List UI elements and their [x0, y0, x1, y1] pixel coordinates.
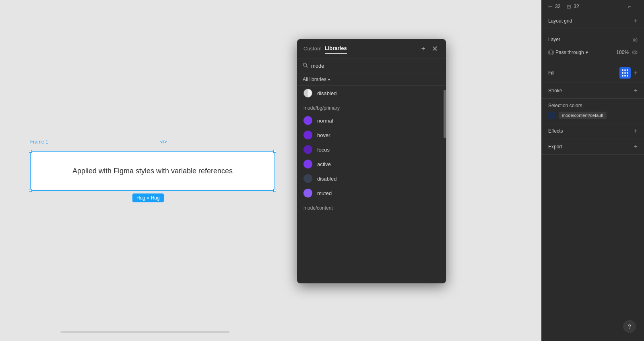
blend-mode-chevron: ▾ [586, 50, 588, 55]
code-icon[interactable]: </> [160, 139, 167, 145]
canvas-scrollbar[interactable] [60, 331, 229, 333]
add-export-button[interactable]: + [634, 143, 638, 150]
item-name: hover [317, 132, 330, 138]
effects-section: Effects + [542, 123, 644, 139]
corner-handle-tr[interactable] [273, 150, 276, 153]
add-fill-button[interactable]: + [634, 69, 638, 77]
add-stroke-button[interactable]: + [634, 87, 638, 94]
blend-mode-selector[interactable]: Pass through ▾ [548, 50, 588, 55]
selection-colors-title: Selection colors [548, 103, 582, 108]
fill-row: Fill + [548, 67, 638, 79]
hug-badge: Hug × Hug [132, 193, 164, 202]
filter-label: All libraries [303, 77, 326, 82]
color-dot [303, 131, 312, 139]
visibility-icon[interactable] [632, 50, 638, 56]
layer-settings-icon[interactable]: ◎ [633, 36, 638, 43]
item-name: disabled [317, 90, 336, 96]
layer-title: Layer [548, 37, 560, 42]
color-dot [303, 174, 312, 183]
close-panel-button[interactable]: ✕ [430, 44, 440, 53]
panel-header: Custom Libraries + ✕ [297, 39, 446, 58]
selection-colors-section: Selection colors mode/content/default [542, 99, 644, 123]
fill-title: Fill [548, 70, 554, 76]
panel-list: disabled mode/bg/primary normal hover fo… [297, 86, 446, 283]
color-dot [303, 89, 312, 98]
fill-color-swatch[interactable] [619, 67, 631, 79]
item-name-active: active [317, 161, 331, 167]
export-section: Export + [542, 139, 644, 155]
color-dot [303, 116, 312, 125]
add-layout-grid-button[interactable]: + [634, 17, 638, 25]
list-item[interactable]: hover [297, 128, 446, 142]
corner-handle-tl[interactable] [29, 150, 32, 153]
layer-section: Layer ◎ Pass through ▾ 100% [542, 29, 644, 63]
frame-text: Applied with Figma styles with variable … [72, 167, 233, 175]
add-effect-button[interactable]: + [634, 127, 638, 135]
panel-scrollbar[interactable] [443, 86, 446, 283]
corner-handle-bl[interactable] [29, 189, 32, 192]
width-icon: ⊢ [548, 4, 553, 10]
help-button[interactable]: ? [623, 320, 636, 333]
layout-grid-title: Layout grid [548, 18, 572, 24]
height-field[interactable]: ⊟ 32 [567, 4, 579, 10]
corner-handle-br[interactable] [273, 189, 276, 192]
layer-blend-row: Pass through ▾ 100% [548, 46, 638, 59]
libraries-panel: Custom Libraries + ✕ All libraries ▾ [297, 39, 446, 283]
stroke-section: Stroke + [542, 83, 644, 99]
item-name: focus [317, 147, 330, 153]
color-dot [303, 189, 312, 198]
frame-label: Frame 1 [30, 139, 48, 145]
section-label-content: mode/content [297, 200, 446, 213]
frame-container[interactable]: Applied with Figma styles with variable … [30, 151, 275, 191]
search-input[interactable] [311, 63, 440, 69]
opacity-value[interactable]: 100% [616, 50, 629, 55]
list-item[interactable]: disabled [297, 171, 446, 186]
tab-custom[interactable]: Custom [303, 44, 322, 53]
canvas-area: Frame 1 </> Applied with Figma styles wi… [0, 0, 541, 341]
search-icon [303, 62, 308, 69]
filter-chevron-icon: ▾ [328, 77, 330, 82]
corner-radius-icon[interactable]: ⌐ [628, 3, 638, 10]
scrollbar-thumb[interactable] [444, 90, 446, 138]
selection-color-item[interactable]: mode/content/default [548, 112, 638, 119]
item-name: normal [317, 118, 333, 124]
section-label-bg-primary: mode/bg/primary [297, 100, 446, 113]
layout-grid-section: Layout grid + [542, 13, 644, 29]
dimensions-row: ⊢ 32 ⊟ 32 ⌐ [542, 0, 644, 13]
right-panel: ⊢ 32 ⊟ 32 ⌐ Layout grid + Layer ◎ Pass t [541, 0, 644, 341]
height-value: 32 [574, 4, 579, 9]
blend-mode-icon [548, 50, 554, 55]
list-item[interactable]: focus [297, 142, 446, 157]
svg-line-1 [306, 66, 308, 68]
width-value: 32 [555, 4, 560, 9]
blend-mode-value: Pass through [555, 50, 584, 55]
svg-point-4 [634, 52, 636, 53]
selection-color-label: mode/content/default [559, 112, 607, 119]
search-bar [297, 58, 446, 73]
export-title: Export [548, 144, 562, 150]
list-item[interactable]: active [297, 157, 446, 171]
stroke-title: Stroke [548, 88, 562, 94]
list-item[interactable]: disabled [297, 86, 446, 100]
svg-point-2 [549, 51, 553, 54]
selection-color-swatch [548, 112, 555, 119]
filter-row[interactable]: All libraries ▾ [297, 73, 446, 86]
list-item[interactable]: muted [297, 186, 446, 200]
tab-libraries[interactable]: Libraries [325, 44, 347, 54]
add-library-button[interactable]: + [419, 44, 427, 53]
fill-section: Fill + [542, 63, 644, 83]
item-name: disabled [317, 176, 336, 182]
width-field[interactable]: ⊢ 32 [548, 4, 560, 10]
color-dot [303, 160, 312, 168]
color-dot [303, 145, 312, 154]
svg-point-3 [632, 51, 637, 54]
effects-title: Effects [548, 128, 563, 134]
height-icon: ⊟ [567, 4, 571, 10]
item-name: muted [317, 190, 332, 196]
list-item[interactable]: normal [297, 113, 446, 128]
layer-header-row: Layer ◎ [548, 33, 638, 46]
